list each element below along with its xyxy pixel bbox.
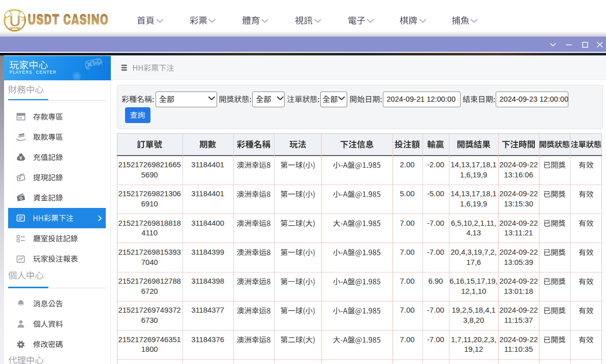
svg-text:CASINO: CASINO (10, 26, 21, 29)
